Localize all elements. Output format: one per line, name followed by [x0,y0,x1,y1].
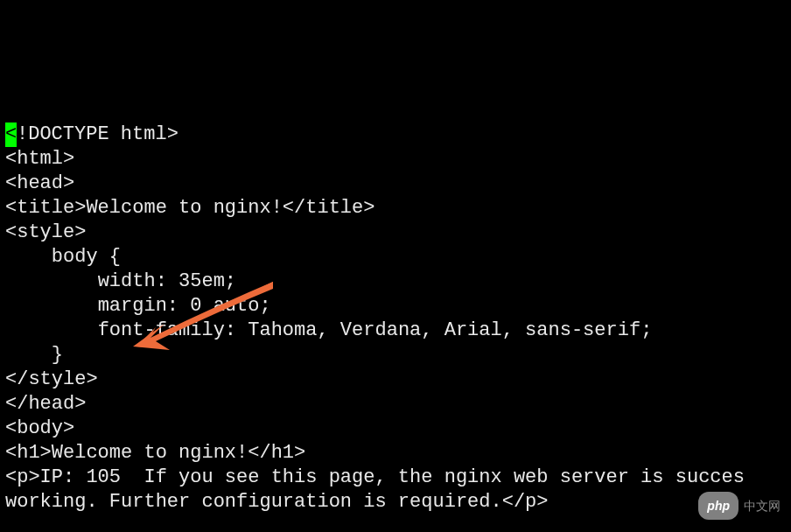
code-line-15: working. Further configuration is requir… [5,491,549,513]
watermark-badge: php [698,492,738,520]
code-line-0-rest: !DOCTYPE html> [17,123,178,145]
code-line-12: <body> [5,417,74,439]
code-line-9: } [5,344,63,366]
code-line-4: <style> [5,221,86,243]
code-line-10: </style> [5,368,98,390]
code-line-1: <html> [5,148,74,170]
terminal-output: <!DOCTYPE html> <html> <head> <title>Wel… [0,98,791,532]
watermark-text: 中文网 [744,494,780,518]
code-line-3: <title>Welcome to nginx!</title> [5,197,374,219]
code-line-6: width: 35em; [5,270,236,292]
code-line-2: <head> [5,172,74,194]
code-line-7: margin: 0 auto; [5,295,271,317]
watermark: php 中文网 [698,492,780,520]
code-line-5: body { [5,246,121,268]
code-line-8: font-family: Tahoma, Verdana, Arial, san… [5,319,652,341]
code-line-11: </head> [5,393,86,415]
cursor: < [5,122,17,147]
code-line-13: <h1>Welcome to nginx!</h1> [5,442,305,464]
code-line-14: <p>IP: 105 If you see this page, the ngi… [5,466,745,488]
